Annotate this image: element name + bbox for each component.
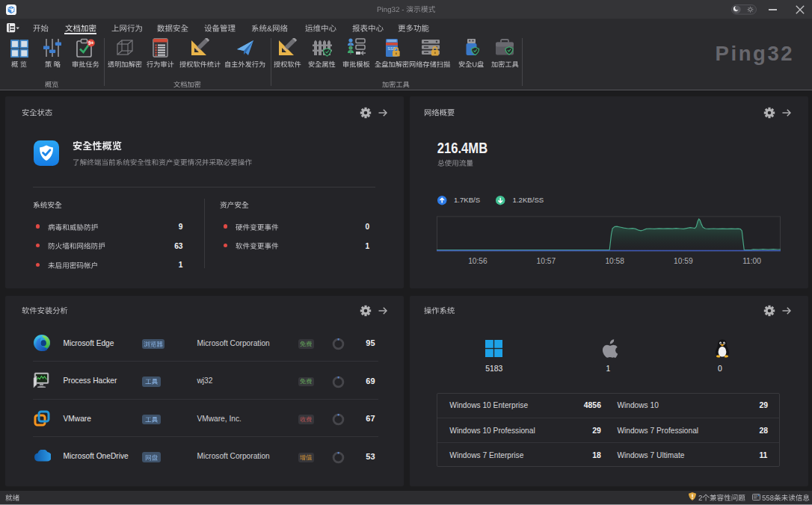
svg-text:9+: 9+ (88, 40, 94, 46)
